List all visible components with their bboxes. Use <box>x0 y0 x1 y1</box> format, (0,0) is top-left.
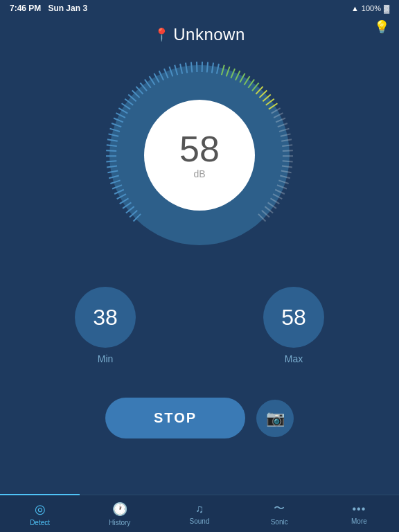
svg-line-78 <box>262 211 269 218</box>
svg-line-58 <box>274 113 283 118</box>
nav-sonic[interactable]: 〜 Sonic <box>240 497 319 530</box>
svg-line-31 <box>154 73 159 82</box>
svg-line-38 <box>191 62 192 73</box>
svg-line-36 <box>180 64 182 74</box>
max-label: Max <box>285 353 303 364</box>
svg-line-69 <box>281 171 292 173</box>
svg-line-14 <box>106 150 116 151</box>
svg-line-53 <box>260 90 267 97</box>
gauge-container: 58 dB <box>103 58 296 252</box>
svg-line-63 <box>281 139 292 141</box>
svg-line-60 <box>278 123 287 127</box>
nav-sonic-label: Sonic <box>271 518 288 526</box>
svg-line-5 <box>117 194 126 199</box>
min-circle: 38 <box>75 287 136 348</box>
camera-button[interactable]: 📷 <box>256 400 294 437</box>
svg-line-35 <box>175 65 177 75</box>
main-content: 📍 Unknown 58 dB 38 Min 58 <box>0 17 399 438</box>
max-stat: 58 Max <box>263 287 324 364</box>
svg-line-70 <box>280 176 290 179</box>
db-unit: dB <box>193 168 205 179</box>
nav-more[interactable]: ••• More <box>319 499 399 529</box>
svg-line-27 <box>136 87 143 94</box>
battery-icon: ▓ <box>384 4 389 12</box>
controls-row: STOP 📷 <box>105 398 294 438</box>
svg-line-54 <box>263 94 270 101</box>
min-stat: 38 Min <box>75 287 136 364</box>
svg-line-74 <box>273 194 282 199</box>
history-icon: 🕐 <box>112 502 127 517</box>
nav-sound[interactable]: ♫ Sound <box>159 499 239 529</box>
location-label: Unknown <box>173 25 245 44</box>
svg-line-65 <box>283 150 293 151</box>
svg-line-21 <box>116 113 125 118</box>
svg-line-52 <box>256 87 263 94</box>
nav-more-label: More <box>351 517 367 525</box>
status-right: ▲ 100% ▓ <box>351 4 389 12</box>
nav-history-label: History <box>109 519 130 526</box>
gauge-inner-circle: 58 dB <box>144 100 255 211</box>
svg-line-33 <box>164 69 168 78</box>
sound-icon: ♫ <box>195 503 204 515</box>
min-value: 38 <box>93 305 118 330</box>
nav-detect[interactable]: ◎ Detect <box>0 497 80 531</box>
svg-line-12 <box>106 161 116 161</box>
svg-line-68 <box>282 166 292 167</box>
stop-button[interactable]: STOP <box>105 398 245 438</box>
svg-line-59 <box>276 118 285 122</box>
svg-line-20 <box>114 118 123 122</box>
svg-line-79 <box>258 214 266 222</box>
sonic-icon: 〜 <box>274 502 285 516</box>
active-nav-indicator <box>0 494 80 495</box>
svg-line-64 <box>282 145 292 146</box>
svg-line-67 <box>283 161 293 161</box>
minmax-row: 38 Min 58 Max <box>75 287 324 364</box>
svg-line-18 <box>110 129 120 132</box>
svg-line-9 <box>109 176 119 179</box>
svg-line-10 <box>107 171 118 173</box>
svg-line-62 <box>281 134 291 136</box>
svg-line-72 <box>277 185 287 188</box>
max-value: 58 <box>281 305 306 330</box>
svg-line-44 <box>222 65 224 75</box>
svg-line-25 <box>128 94 136 101</box>
svg-line-7 <box>112 185 122 188</box>
svg-line-32 <box>159 71 163 80</box>
svg-line-2 <box>126 206 134 213</box>
svg-line-24 <box>125 99 133 105</box>
svg-line-37 <box>186 62 187 73</box>
svg-line-26 <box>132 90 140 97</box>
svg-line-22 <box>118 108 127 114</box>
location-row: 📍 Unknown <box>154 25 245 44</box>
svg-line-0 <box>134 214 141 222</box>
svg-line-42 <box>212 62 213 73</box>
svg-line-45 <box>227 66 230 76</box>
svg-line-17 <box>109 134 119 136</box>
svg-line-8 <box>110 180 120 184</box>
battery-level: 100% <box>362 4 381 12</box>
svg-line-4 <box>120 198 129 204</box>
svg-line-76 <box>268 202 276 209</box>
svg-line-47 <box>236 71 240 80</box>
svg-line-11 <box>107 166 117 167</box>
svg-line-29 <box>145 80 151 88</box>
status-time: 7:46 PM Sun Jan 3 <box>10 3 87 13</box>
svg-line-49 <box>244 76 249 85</box>
svg-line-30 <box>150 76 155 85</box>
svg-line-28 <box>140 83 147 91</box>
more-icon: ••• <box>353 503 366 515</box>
lightbulb-icon[interactable]: 💡 <box>374 19 389 35</box>
svg-line-23 <box>122 103 130 109</box>
svg-line-48 <box>240 73 245 82</box>
svg-line-15 <box>107 145 117 146</box>
svg-line-16 <box>107 139 118 141</box>
svg-line-73 <box>275 190 285 194</box>
svg-line-41 <box>207 62 208 73</box>
nav-sound-label: Sound <box>190 517 210 525</box>
svg-line-57 <box>272 108 281 114</box>
svg-line-1 <box>130 211 137 218</box>
svg-line-75 <box>271 198 280 204</box>
db-reading: 58 <box>179 131 220 167</box>
location-pin-icon: 📍 <box>154 27 169 42</box>
nav-history[interactable]: 🕐 History <box>80 497 159 531</box>
